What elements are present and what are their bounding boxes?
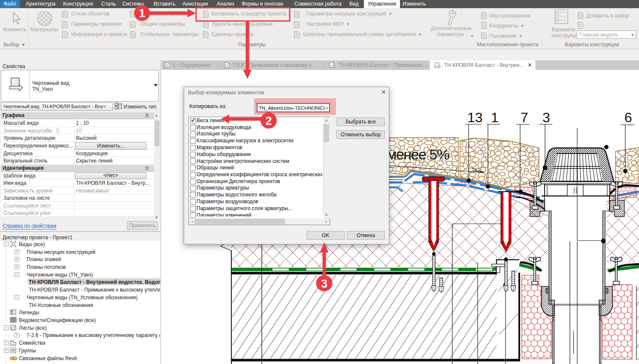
svg-text:13: 13 bbox=[467, 110, 483, 125]
svg-text:6: 6 bbox=[624, 110, 632, 125]
svg-text:1: 1 bbox=[491, 110, 499, 125]
svg-text:менее 5%: менее 5% bbox=[387, 146, 450, 162]
svg-text:7: 7 bbox=[521, 110, 528, 125]
svg-text:3: 3 bbox=[542, 110, 550, 125]
